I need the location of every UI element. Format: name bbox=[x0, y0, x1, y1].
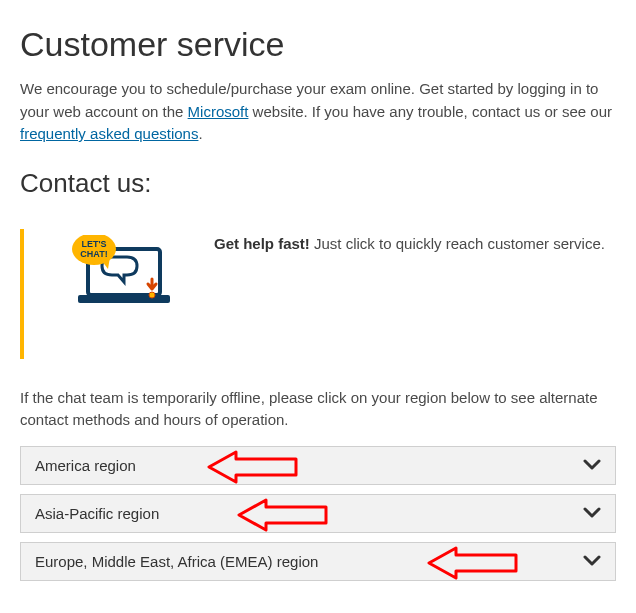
chevron-down-icon bbox=[583, 507, 601, 519]
chat-callout-text: Get help fast! Just click to quickly rea… bbox=[214, 233, 616, 309]
chat-callout[interactable]: LET'S CHAT! Get help fast! Just click to… bbox=[20, 229, 616, 359]
red-arrow-annotation bbox=[421, 545, 521, 587]
microsoft-link[interactable]: Microsoft bbox=[188, 103, 249, 120]
chat-callout-rest: Just click to quickly reach customer ser… bbox=[310, 235, 605, 252]
region-label: Europe, Middle East, Africa (EMEA) regio… bbox=[35, 553, 318, 570]
contact-heading: Contact us: bbox=[20, 168, 616, 199]
chat-icon: LET'S CHAT! bbox=[24, 233, 214, 309]
region-label: America region bbox=[35, 457, 136, 474]
page-title: Customer service bbox=[20, 25, 616, 64]
chat-callout-bold: Get help fast! bbox=[214, 235, 310, 252]
chevron-down-icon bbox=[583, 555, 601, 567]
intro-text-suffix: . bbox=[198, 125, 202, 142]
intro-text-mid: website. If you have any trouble, contac… bbox=[248, 103, 612, 120]
intro-paragraph: We encourage you to schedule/purchase yo… bbox=[20, 78, 616, 146]
region-america[interactable]: America region bbox=[20, 446, 616, 485]
offline-note: If the chat team is temporarily offline,… bbox=[20, 387, 616, 432]
red-arrow-annotation bbox=[201, 449, 301, 491]
region-label: Asia-Pacific region bbox=[35, 505, 159, 522]
red-arrow-annotation bbox=[231, 497, 331, 539]
faq-link[interactable]: frequently asked questions bbox=[20, 125, 198, 142]
region-asia-pacific[interactable]: Asia-Pacific region bbox=[20, 494, 616, 533]
region-accordion: America region Asia-Pacific region Europ… bbox=[20, 446, 616, 581]
svg-text:CHAT!: CHAT! bbox=[80, 249, 107, 259]
svg-text:LET'S: LET'S bbox=[81, 239, 106, 249]
chevron-down-icon bbox=[583, 459, 601, 471]
svg-rect-1 bbox=[78, 295, 170, 303]
svg-point-5 bbox=[149, 292, 155, 298]
region-emea[interactable]: Europe, Middle East, Africa (EMEA) regio… bbox=[20, 542, 616, 581]
